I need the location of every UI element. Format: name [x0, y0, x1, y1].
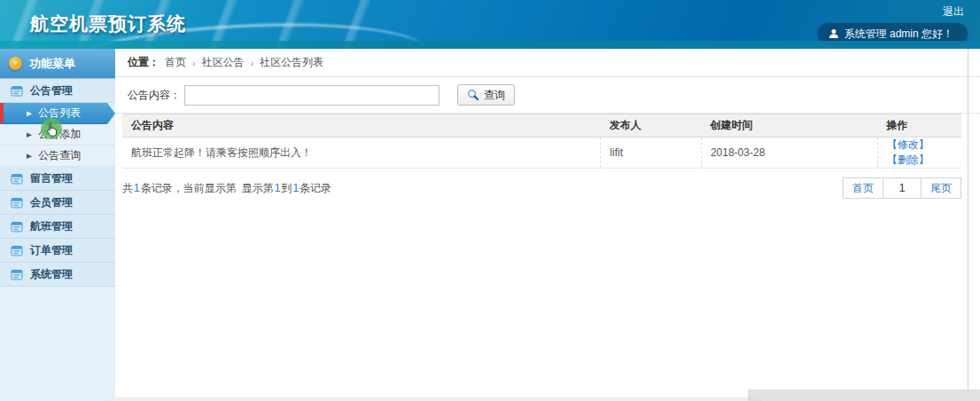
sidebar-subitem-label: 公告查询	[38, 148, 81, 163]
edit-link[interactable]: 【修改】	[887, 138, 929, 151]
first-page-button[interactable]: 首页	[843, 177, 883, 199]
main-content: 位置： 首页 › 社区公告 › 社区公告列表 公告内容： 查询 公告内容	[115, 49, 980, 401]
summary-text: 条记录	[299, 182, 331, 194]
calendar-icon	[11, 84, 23, 97]
sidebar-item-order-mgmt[interactable]: 订单管理	[0, 239, 115, 263]
sidebar: ▾ 功能菜单 公告管理 ▶ 公告列表 ▶ 公告添加 ▶ 公告查询 留言管理 会员…	[0, 49, 115, 401]
sidebar-empty-area	[0, 287, 115, 401]
calendar-icon	[11, 244, 23, 256]
sidebar-item-member-mgmt[interactable]: 会员管理	[0, 191, 115, 215]
window-edge-line	[968, 49, 968, 392]
breadcrumb-separator: ›	[251, 58, 254, 68]
caret-right-icon: ▶	[27, 152, 32, 159]
summary-count: 1	[133, 182, 141, 194]
calendar-icon	[11, 268, 23, 280]
column-header-actions: 操作	[877, 114, 961, 138]
announcement-table: 公告内容 发布人 创建时间 操作 航班正常起降！请乘客按照顺序出入！ lifit…	[122, 114, 961, 169]
sidebar-item-flight-mgmt[interactable]: 航班管理	[0, 215, 115, 239]
sidebar-menu-header[interactable]: ▾ 功能菜单	[0, 49, 115, 79]
pagination: 首页 1 尾页	[844, 177, 961, 199]
cell-publisher: lifit	[601, 138, 702, 169]
sidebar-subitem-announcement-query[interactable]: ▶ 公告查询	[0, 145, 115, 167]
breadcrumb-current-page: 社区公告列表	[260, 55, 323, 70]
summary-text: 到	[281, 182, 292, 194]
table-header-row: 公告内容 发布人 创建时间 操作	[122, 114, 961, 138]
sidebar-item-label: 公告管理	[30, 83, 73, 98]
sidebar-item-label: 留言管理	[30, 171, 73, 186]
sidebar-item-label: 会员管理	[30, 195, 73, 210]
breadcrumb-label: 位置：	[128, 55, 159, 70]
summary-to: 1	[292, 182, 299, 194]
user-badge: 系统管理 admin 您好！	[818, 23, 968, 44]
magnifier-icon	[467, 89, 479, 101]
breadcrumb-section-link[interactable]: 社区公告	[202, 55, 245, 70]
column-header-created: 创建时间	[701, 114, 877, 138]
sidebar-item-system-mgmt[interactable]: 系统管理	[0, 263, 115, 287]
search-button-label: 查询	[484, 88, 505, 103]
sidebar-item-message-mgmt[interactable]: 留言管理	[0, 167, 115, 191]
calendar-icon	[11, 220, 23, 232]
logout-link[interactable]: 退出	[943, 4, 964, 20]
bottom-shadow	[748, 389, 980, 401]
sidebar-subitem-label: 公告添加	[38, 127, 81, 142]
sidebar-item-announcement-mgmt[interactable]: 公告管理	[0, 79, 115, 103]
calendar-icon	[11, 196, 23, 208]
user-greeting: 系统管理 admin 您好！	[844, 27, 953, 42]
breadcrumb-separator: ›	[192, 58, 196, 68]
cell-actions: 【修改】【删除】	[877, 138, 961, 169]
table-row: 航班正常起降！请乘客按照顺序出入！ lifit 2018-03-28 【修改】【…	[122, 138, 961, 169]
caret-right-icon: ▶	[27, 130, 32, 138]
bottom-shadow-line	[106, 397, 762, 401]
sidebar-subitem-announcement-add[interactable]: ▶ 公告添加	[0, 124, 115, 145]
delete-link[interactable]: 【删除】	[887, 153, 929, 166]
user-icon	[828, 28, 839, 39]
sidebar-item-label: 系统管理	[30, 267, 73, 282]
breadcrumb: 位置： 首页 › 社区公告 › 社区公告列表	[115, 49, 980, 77]
search-bar: 公告内容： 查询	[115, 77, 980, 114]
cell-created-time: 2018-03-28	[701, 138, 877, 169]
announcement-content-input[interactable]	[184, 85, 439, 106]
current-page-indicator: 1	[883, 177, 922, 199]
calendar-icon	[11, 172, 23, 185]
search-button[interactable]: 查询	[457, 84, 515, 106]
sidebar-subitem-announcement-list[interactable]: ▶ 公告列表	[0, 103, 115, 124]
app-title: 航空机票预订系统	[30, 12, 186, 36]
summary-text: 显示第	[242, 182, 274, 194]
cell-announcement-content: 航班正常起降！请乘客按照顺序出入！	[122, 138, 601, 169]
column-header-content: 公告内容	[122, 114, 601, 138]
summary-text: 条记录，当前显示第	[141, 182, 237, 194]
chevron-down-circle-icon: ▾	[9, 57, 22, 70]
top-banner: 航空机票预订系统 退出 系统管理 admin 您好！	[0, 0, 980, 49]
sidebar-subitem-label: 公告列表	[38, 106, 81, 121]
breadcrumb-home-link[interactable]: 首页	[165, 55, 186, 70]
sidebar-item-label: 航班管理	[30, 219, 73, 234]
caret-right-icon: ▶	[27, 109, 32, 116]
sidebar-item-label: 订单管理	[30, 243, 73, 258]
app-window: 航空机票预订系统 退出 系统管理 admin 您好！ ▾ 功能菜单 公告管理 ▶…	[0, 0, 980, 401]
menu-header-label: 功能菜单	[29, 56, 75, 72]
record-summary: 共1条记录，当前显示第显示第1到1条记录	[122, 177, 331, 196]
last-page-button[interactable]: 尾页	[921, 177, 961, 199]
list-footer: 共1条记录，当前显示第显示第1到1条记录 首页 1 尾页	[122, 177, 973, 199]
summary-text: 共	[122, 182, 133, 194]
column-header-publisher: 发布人	[601, 114, 702, 138]
search-label: 公告内容：	[128, 88, 181, 103]
